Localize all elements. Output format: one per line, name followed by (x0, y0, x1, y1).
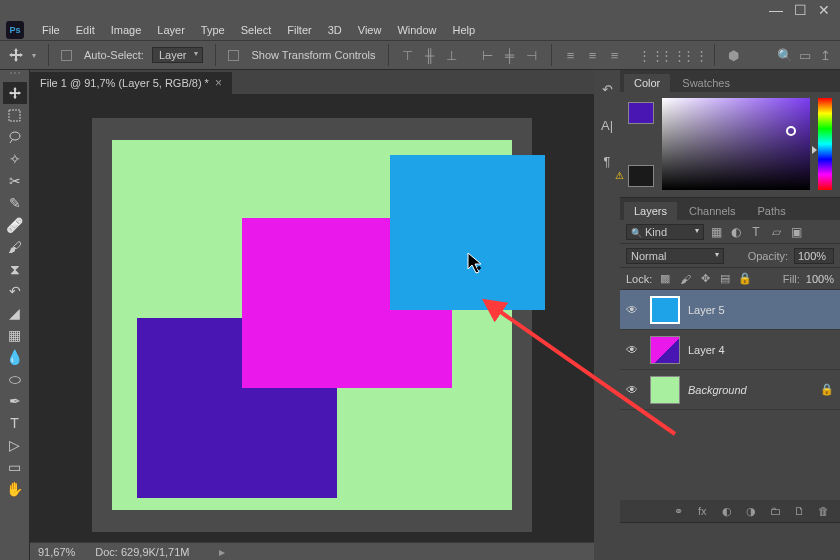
align-vcenter-icon[interactable]: ╫ (423, 48, 437, 62)
menu-select[interactable]: Select (233, 22, 280, 38)
canvas[interactable] (112, 140, 512, 510)
fill-input[interactable]: 100% (806, 273, 834, 285)
link-layers-icon[interactable]: ⚭ (674, 505, 688, 518)
new-layer-icon[interactable]: 🗋 (794, 505, 808, 517)
zoom-value[interactable]: 91,67% (38, 546, 75, 558)
lock-artboard-icon[interactable]: ▤ (718, 272, 732, 286)
share-icon[interactable]: ↥ (818, 48, 832, 62)
menu-file[interactable]: File (34, 22, 68, 38)
layer-row[interactable]: 👁 Layer 5 (620, 290, 840, 330)
pen-tool[interactable]: ✒ (3, 390, 27, 412)
filter-pixel-icon[interactable]: ▦ (708, 224, 724, 240)
shape-cyan[interactable] (390, 155, 545, 310)
distribute-top-icon[interactable]: ≡ (564, 48, 578, 62)
layer-name[interactable]: Layer 4 (688, 344, 725, 356)
align-top-icon[interactable]: ⊤ (401, 48, 415, 62)
statusbar-menu-icon[interactable]: ▸ (209, 545, 235, 559)
foreground-color-swatch[interactable] (628, 102, 654, 124)
layer-name[interactable]: Background (688, 384, 747, 396)
shape-tool[interactable]: ▭ (3, 456, 27, 478)
maximize-button[interactable]: ☐ (788, 2, 812, 18)
blend-mode-dropdown[interactable]: Normal (626, 248, 724, 264)
align-left-icon[interactable]: ⊢ (481, 48, 495, 62)
paths-panel-tab[interactable]: Paths (748, 202, 796, 220)
lock-transparency-icon[interactable]: ▩ (658, 272, 672, 286)
align-right-icon[interactable]: ⊣ (525, 48, 539, 62)
dodge-tool[interactable]: ⬭ (3, 368, 27, 390)
layer-filter-kind-dropdown[interactable]: Kind (626, 224, 704, 240)
filter-smartobj-icon[interactable]: ▣ (788, 224, 804, 240)
menu-view[interactable]: View (350, 22, 390, 38)
layer-thumbnail[interactable] (650, 296, 680, 324)
color-field[interactable] (662, 98, 810, 190)
lasso-tool[interactable] (3, 126, 27, 148)
move-tool[interactable] (3, 82, 27, 104)
healing-tool[interactable]: 🩹 (3, 214, 27, 236)
wand-tool[interactable]: ✧ (3, 148, 27, 170)
color-panel-tab[interactable]: Color (624, 74, 670, 92)
marquee-tool[interactable] (3, 104, 27, 126)
paragraph-panel-icon[interactable]: ¶ (598, 152, 616, 170)
distribute-right-icon[interactable]: ⋮⋮ (688, 48, 702, 62)
lock-all-icon[interactable]: 🔒 (738, 272, 752, 286)
lock-position-icon[interactable]: ✥ (698, 272, 712, 286)
menu-filter[interactable]: Filter (279, 22, 319, 38)
adjustment-layer-icon[interactable]: ◑ (746, 505, 760, 518)
background-color-swatch[interactable] (628, 165, 654, 187)
layer-row[interactable]: 👁 Layer 4 (620, 330, 840, 370)
menu-edit[interactable]: Edit (68, 22, 103, 38)
opacity-input[interactable]: 100% (794, 248, 834, 264)
distribute-bottom-icon[interactable]: ≡ (608, 48, 622, 62)
3d-mode-icon[interactable]: ⬢ (727, 48, 741, 62)
filter-shape-icon[interactable]: ▱ (768, 224, 784, 240)
trash-icon[interactable]: 🗑 (818, 505, 832, 517)
layer-name[interactable]: Layer 5 (688, 304, 725, 316)
blur-tool[interactable]: 💧 (3, 346, 27, 368)
group-icon[interactable]: 🗀 (770, 505, 784, 517)
layer-thumbnail[interactable] (650, 376, 680, 404)
layer-mask-icon[interactable]: ◐ (722, 505, 736, 518)
filter-adjustment-icon[interactable]: ◐ (728, 224, 744, 240)
show-transform-checkbox[interactable] (228, 50, 239, 61)
align-hcenter-icon[interactable]: ╪ (503, 48, 517, 62)
brush-tool[interactable]: 🖌 (3, 236, 27, 258)
layer-row[interactable]: 👁 Background 🔒 (620, 370, 840, 410)
menu-help[interactable]: Help (445, 22, 484, 38)
swatches-panel-tab[interactable]: Swatches (672, 74, 740, 92)
auto-select-dropdown[interactable]: Layer (152, 47, 204, 63)
menu-window[interactable]: Window (389, 22, 444, 38)
layer-style-icon[interactable]: fx (698, 505, 712, 517)
close-tab-icon[interactable]: × (215, 76, 222, 90)
align-bottom-icon[interactable]: ⊥ (445, 48, 459, 62)
hue-slider[interactable] (818, 98, 832, 190)
distribute-left-icon[interactable]: ⋮⋮ (644, 48, 658, 62)
stamp-tool[interactable]: ⧗ (3, 258, 27, 280)
layers-panel-tab[interactable]: Layers (624, 202, 677, 220)
eyedropper-tool[interactable]: ✎ (3, 192, 27, 214)
history-brush-tool[interactable]: ↶ (3, 280, 27, 302)
visibility-toggle-icon[interactable]: 👁 (626, 303, 642, 317)
close-button[interactable]: ✕ (812, 2, 836, 18)
character-panel-icon[interactable]: A| (598, 116, 616, 134)
visibility-toggle-icon[interactable]: 👁 (626, 383, 642, 397)
auto-select-checkbox[interactable] (61, 50, 72, 61)
eraser-tool[interactable]: ◢ (3, 302, 27, 324)
channels-panel-tab[interactable]: Channels (679, 202, 745, 220)
search-icon[interactable]: 🔍 (778, 48, 792, 62)
menu-image[interactable]: Image (103, 22, 150, 38)
hand-tool[interactable]: ✋ (3, 478, 27, 500)
lock-pixels-icon[interactable]: 🖌 (678, 272, 692, 286)
menu-3d[interactable]: 3D (320, 22, 350, 38)
workspace-icon[interactable]: ▭ (798, 48, 812, 62)
gradient-tool[interactable]: ▦ (3, 324, 27, 346)
menu-type[interactable]: Type (193, 22, 233, 38)
minimize-button[interactable]: — (764, 2, 788, 18)
distribute-hcenter-icon[interactable]: ⋮⋮ (666, 48, 680, 62)
document-tab[interactable]: File 1 @ 91,7% (Layer 5, RGB/8) * × (30, 72, 232, 94)
layer-thumbnail[interactable] (650, 336, 680, 364)
menu-layer[interactable]: Layer (149, 22, 193, 38)
distribute-vcenter-icon[interactable]: ≡ (586, 48, 600, 62)
crop-tool[interactable]: ✂ (3, 170, 27, 192)
type-tool[interactable]: T (3, 412, 27, 434)
path-tool[interactable]: ▷ (3, 434, 27, 456)
